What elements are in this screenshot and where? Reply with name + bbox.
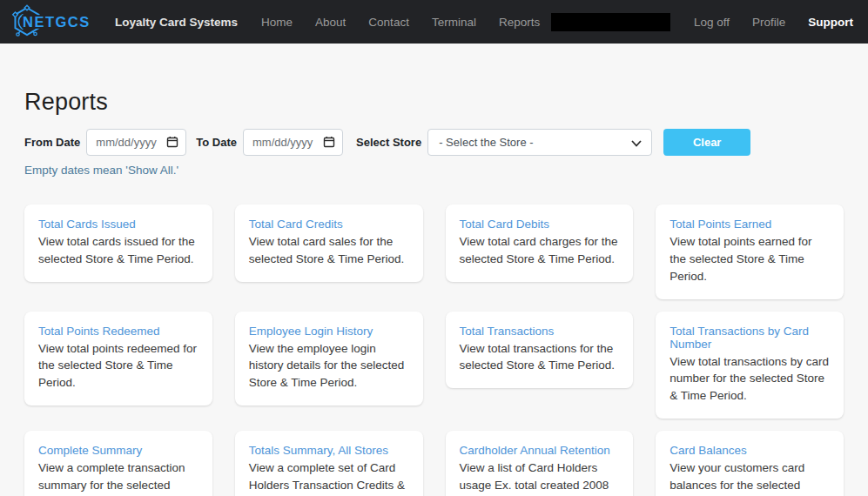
nav-item-reports[interactable]: Reports	[488, 16, 551, 29]
report-link[interactable]: Total Card Credits	[249, 218, 409, 231]
report-description: View total points earned for the selecte…	[670, 233, 830, 285]
report-description: View total points redeemed for the selec…	[38, 340, 198, 392]
report-card-employee-login-history[interactable]: Employee Login History View the employee…	[235, 312, 423, 406]
report-link[interactable]: Cardholder Annual Retention	[460, 444, 620, 457]
to-date-input[interactable]	[243, 129, 343, 156]
card-row-2: Total Points Redeemed View total points …	[24, 312, 844, 419]
report-card-total-card-credits[interactable]: Total Card Credits View total card sales…	[235, 204, 423, 282]
report-description: View total transactions by card number f…	[670, 353, 830, 406]
to-date-wrap	[243, 129, 343, 156]
empty-dates-hint: Empty dates mean 'Show All.'	[24, 164, 844, 177]
report-description: View total cards issued for the selected…	[38, 233, 198, 268]
report-card-card-balances[interactable]: Card Balances View your customers card b…	[656, 431, 844, 496]
report-card-complete-summary[interactable]: Complete Summary View a complete transac…	[24, 431, 212, 496]
report-card-total-transactions-by-card-number[interactable]: Total Transactions by Card Number View t…	[656, 312, 844, 419]
report-card-total-points-earned[interactable]: Total Points Earned View total points ea…	[656, 204, 844, 299]
store-select[interactable]: - Select the Store -	[427, 129, 652, 156]
hexagon-circuit-icon: NETGCS	[9, 4, 92, 39]
navbar: NETGCS Loyalty Card Systems Home About C…	[0, 0, 868, 44]
report-link[interactable]: Total Cards Issued	[38, 218, 198, 231]
report-card-total-card-debits[interactable]: Total Card Debits View total card charge…	[446, 204, 634, 282]
brand-link[interactable]: Loyalty Card Systems	[115, 16, 238, 29]
redacted-user-info	[551, 13, 670, 31]
report-link[interactable]: Total Card Debits	[460, 218, 620, 231]
nav-item-support[interactable]: Support	[797, 16, 853, 29]
card-row-1: Total Cards Issued View total cards issu…	[24, 204, 844, 299]
nav-item-about[interactable]: About	[304, 16, 357, 29]
nav-item-contact[interactable]: Contact	[357, 16, 421, 29]
report-link[interactable]: Employee Login History	[249, 325, 409, 338]
report-link[interactable]: Total Transactions	[460, 325, 620, 338]
page-title: Reports	[24, 89, 844, 116]
clear-button[interactable]: Clear	[663, 129, 750, 156]
report-description: View your customers card balances for th…	[670, 459, 830, 496]
report-link[interactable]: Complete Summary	[38, 444, 198, 457]
from-date-wrap	[86, 129, 186, 156]
store-filter-group: Select Store - Select the Store -	[356, 129, 663, 156]
netgcs-logo[interactable]: NETGCS	[9, 4, 92, 39]
report-card-totals-summary-all-stores[interactable]: Totals Summary, All Stores View a comple…	[235, 431, 423, 496]
report-link[interactable]: Total Transactions by Card Number	[670, 325, 830, 351]
nav-item-logoff[interactable]: Log off	[683, 16, 741, 29]
nav-item-home[interactable]: Home	[250, 16, 304, 29]
report-description: View a complete set of Card Holders Tran…	[249, 459, 409, 496]
report-link[interactable]: Total Points Earned	[670, 218, 830, 231]
report-card-cardholder-annual-retention[interactable]: Cardholder Annual Retention View a list …	[446, 431, 634, 496]
logo-text: NETGCS	[23, 14, 91, 30]
report-link[interactable]: Card Balances	[670, 444, 830, 457]
report-card-grid: Total Cards Issued View total cards issu…	[24, 204, 844, 496]
report-description: View total card sales for the selected S…	[249, 233, 409, 268]
report-link[interactable]: Totals Summary, All Stores	[249, 444, 409, 457]
from-date-input[interactable]	[86, 129, 186, 156]
report-link[interactable]: Total Points Redeemed	[38, 325, 198, 338]
chevron-down-icon	[631, 140, 642, 147]
report-card-total-points-redeemed[interactable]: Total Points Redeemed View total points …	[24, 312, 212, 406]
nav-item-terminal[interactable]: Terminal	[421, 16, 488, 29]
from-date-label: From Date	[24, 136, 80, 149]
card-row-3: Complete Summary View a complete transac…	[24, 431, 844, 496]
report-description: View the employee login history details …	[249, 340, 409, 392]
select-store-label: Select Store	[356, 136, 421, 149]
report-description: View total transactions for the selected…	[460, 340, 620, 375]
report-card-total-transactions[interactable]: Total Transactions View total transactio…	[446, 312, 634, 389]
report-description: View a list of Card Holders usage Ex. to…	[460, 459, 620, 496]
filter-row: From Date To Date Select Store - S	[24, 129, 844, 156]
report-card-total-cards-issued[interactable]: Total Cards Issued View total cards issu…	[24, 204, 212, 282]
to-date-label: To Date	[196, 136, 237, 149]
nav-item-profile[interactable]: Profile	[741, 16, 797, 29]
report-description: View a complete transaction summary for …	[38, 459, 198, 496]
report-description: View total card charges for the selected…	[460, 233, 620, 268]
store-select-value: - Select the Store -	[439, 136, 533, 149]
main-content: Reports From Date To Date Select Store	[0, 44, 868, 496]
